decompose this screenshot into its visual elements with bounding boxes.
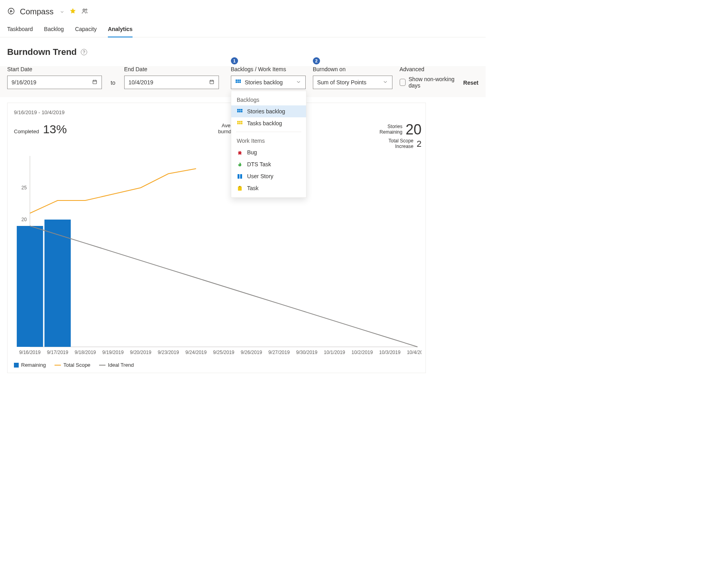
svg-rect-26 [238, 186, 242, 190]
svg-rect-51 [45, 220, 71, 347]
chart-card: 9/16/2019 - 10/4/2019 Completed 13% Aver… [7, 103, 426, 373]
dropdown-item-label: DTS Task [247, 161, 271, 167]
burndown-on-value: Sum of Story Points [317, 79, 367, 86]
project-name[interactable]: Compass [20, 7, 53, 16]
svg-rect-24 [238, 174, 240, 178]
dropdown-item-tasks-backlog[interactable]: Tasks backlog [231, 117, 306, 129]
svg-rect-6 [237, 80, 239, 81]
svg-rect-13 [241, 109, 243, 110]
end-date-value: 10/4/2019 [129, 79, 153, 86]
tab-taskboard[interactable]: Taskboard [7, 23, 33, 37]
svg-rect-15 [239, 111, 241, 112]
svg-text:9/19/2019: 9/19/2019 [102, 350, 124, 355]
dropdown-item-label: Bug [247, 149, 257, 156]
svg-rect-19 [241, 121, 243, 122]
svg-point-2 [86, 9, 87, 10]
book-icon [237, 173, 243, 179]
dropdown-item-user-story[interactable]: User Story [231, 170, 306, 182]
bug-icon [237, 149, 243, 156]
project-chevron-down-icon[interactable] [60, 10, 64, 14]
start-date-label: Start Date [7, 66, 102, 72]
svg-rect-11 [237, 109, 239, 110]
stat-remaining-label: StoriesRemaining [380, 124, 402, 135]
page-title: Burndown Trend [7, 47, 77, 57]
svg-rect-12 [239, 109, 241, 110]
svg-rect-21 [239, 123, 241, 124]
svg-rect-10 [239, 82, 241, 83]
svg-rect-18 [239, 121, 241, 122]
dropdown-item-bug[interactable]: Bug [231, 146, 306, 158]
backlogs-select[interactable]: Stories backlog [231, 76, 306, 89]
tab-backlog[interactable]: Backlog [44, 23, 64, 37]
svg-text:9/16/2019: 9/16/2019 [19, 350, 41, 355]
favorite-star-icon[interactable] [69, 8, 76, 16]
svg-point-1 [83, 9, 85, 11]
svg-text:25: 25 [21, 185, 27, 191]
svg-text:10/3/2019: 10/3/2019 [379, 350, 401, 355]
svg-rect-22 [241, 123, 243, 124]
dropdown-item-label: Task [247, 185, 259, 191]
legend-remaining: Remaining [14, 362, 46, 368]
grid-icon [237, 108, 243, 115]
step-badge-2: 2 [313, 57, 320, 64]
people-icon[interactable] [81, 8, 88, 16]
burndown-on-select[interactable]: Sum of Story Points [313, 76, 392, 89]
svg-text:9/30/2019: 9/30/2019 [296, 350, 318, 355]
dropdown-heading-backlogs: Backlogs [231, 93, 306, 105]
svg-text:9/27/2019: 9/27/2019 [268, 350, 290, 355]
svg-text:9/24/2019: 9/24/2019 [185, 350, 207, 355]
help-icon[interactable]: ? [81, 49, 87, 55]
backlogs-dropdown: Backlogs Stories backlog Tasks backlog W… [231, 91, 306, 198]
svg-point-23 [238, 151, 242, 154]
svg-rect-3 [93, 80, 96, 84]
tab-analytics[interactable]: Analytics [108, 23, 133, 37]
legend-total-scope: Total Scope [55, 362, 90, 368]
grid-icon [235, 79, 242, 86]
dropdown-item-dts-task[interactable]: DTS Task [231, 158, 306, 170]
stat-scope-increase-label: Total ScopeIncrease [388, 138, 414, 150]
svg-text:10/4/2019: 10/4/2019 [407, 350, 422, 355]
svg-text:20: 20 [21, 217, 27, 222]
svg-rect-27 [239, 186, 241, 187]
svg-text:9/18/2019: 9/18/2019 [74, 350, 96, 355]
dropdown-heading-workitems: Work Items [231, 134, 306, 146]
end-date-input[interactable]: 10/4/2019 [124, 76, 219, 89]
dropdown-item-stories-backlog[interactable]: Stories backlog [231, 105, 306, 117]
svg-rect-25 [240, 174, 242, 178]
chart-legend: Remaining Total Scope Ideal Trend [14, 362, 422, 368]
start-date-input[interactable]: 9/16/2019 [7, 76, 102, 89]
calendar-icon [92, 79, 98, 86]
flame-icon [237, 161, 243, 167]
backlogs-label: Backlogs / Work Items [231, 66, 306, 72]
backlogs-value: Stories backlog [245, 79, 283, 86]
svg-text:9/25/2019: 9/25/2019 [213, 350, 234, 355]
dropdown-item-label: Tasks backlog [247, 120, 282, 126]
svg-rect-9 [237, 82, 239, 83]
to-label: to [109, 80, 117, 89]
clipboard-icon [237, 185, 243, 191]
step-badge-1: 1 [231, 57, 238, 64]
dropdown-item-label: User Story [247, 173, 273, 179]
tab-capacity[interactable]: Capacity [75, 23, 96, 37]
legend-ideal-trend: Ideal Trend [99, 362, 134, 368]
show-nonworking-checkbox[interactable] [400, 79, 406, 86]
reset-button[interactable]: Reset [463, 80, 478, 89]
svg-rect-50 [17, 226, 43, 347]
svg-rect-20 [237, 123, 239, 124]
dropdown-item-task[interactable]: Task [231, 182, 306, 194]
svg-rect-7 [239, 80, 241, 81]
show-nonworking-label: Show non-working days [409, 76, 456, 89]
svg-point-0 [8, 8, 14, 14]
filter-bar: Start Date 9/16/2019 to End Date 10/4/20… [0, 66, 486, 97]
advanced-label: Advanced [400, 66, 456, 72]
svg-text:9/23/2019: 9/23/2019 [158, 350, 179, 355]
svg-text:10/2/2019: 10/2/2019 [351, 350, 373, 355]
stat-scope-increase-value: 2 [417, 140, 422, 148]
dropdown-item-label: Stories backlog [247, 108, 285, 115]
svg-text:9/20/2019: 9/20/2019 [130, 350, 152, 355]
stat-remaining-value: 20 [406, 123, 422, 137]
end-date-label: End Date [124, 66, 219, 72]
svg-rect-14 [237, 111, 239, 112]
svg-rect-17 [237, 121, 239, 122]
start-date-value: 9/16/2019 [12, 79, 36, 86]
